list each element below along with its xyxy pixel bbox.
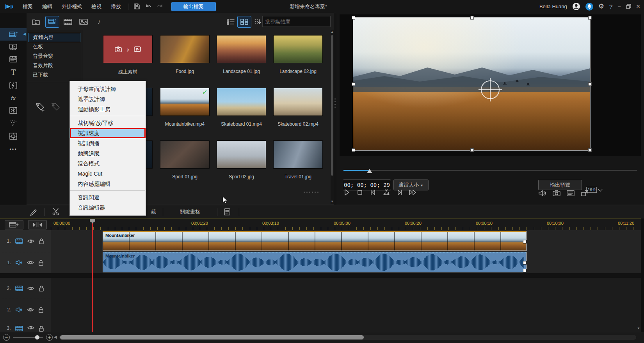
list-view-button[interactable] [224, 16, 238, 28]
media-item-thumb[interactable] [160, 140, 210, 169]
menu-item-audio-ducking[interactable]: 音訊閃避 [70, 192, 146, 203]
online-media-tile[interactable]: ♪ [103, 35, 153, 63]
library-scrollbar-thumb[interactable] [331, 35, 333, 176]
track-lane[interactable]: Mountainbiker [51, 252, 644, 273]
zoom-out-button[interactable]: − [3, 334, 10, 341]
zoom-slider-knob[interactable] [35, 335, 39, 339]
seek-thumb[interactable] [367, 169, 372, 173]
toggle-visibility-eye-icon[interactable] [27, 325, 34, 330]
toggle-visibility-eye-icon[interactable] [27, 260, 34, 265]
track-video-3[interactable]: 3. [0, 320, 644, 332]
menu-item-motion-tracking[interactable]: 動態追蹤 [70, 148, 146, 158]
redo-icon[interactable] [154, 0, 166, 13]
lock-track-icon[interactable] [39, 325, 44, 332]
transform-gizmo[interactable] [481, 80, 500, 99]
menu-item-audio-editor[interactable]: 音訊編輯器 [70, 203, 146, 213]
rail-effect-room[interactable]: fx [0, 92, 27, 104]
menu-edit[interactable]: 編輯 [37, 0, 57, 13]
remove-tag-icon[interactable] [50, 102, 61, 112]
rail-title-room[interactable]: T [0, 66, 27, 78]
partially-covered-button[interactable]: 鏡 [149, 207, 158, 217]
lock-track-icon[interactable] [38, 259, 44, 266]
snapshot-camera-icon[interactable] [552, 188, 561, 198]
track-video-1[interactable]: 1. Mountainbiker [0, 230, 644, 252]
design-tools-icon[interactable] [28, 207, 39, 217]
preview-video[interactable]: , [353, 18, 590, 150]
clip-resize-handle[interactable] [523, 240, 527, 243]
track-video-2[interactable]: 2. [0, 278, 644, 299]
track-lane[interactable] [51, 299, 644, 320]
zoom-in-button[interactable]: + [46, 334, 53, 341]
preview-seek-bar[interactable] [343, 170, 637, 171]
timeline-audio-clip[interactable]: Mountainbiker [103, 252, 527, 272]
media-item-thumb[interactable] [217, 140, 266, 169]
media-item-thumb[interactable] [273, 140, 323, 169]
clip-resize-handle[interactable] [523, 261, 527, 265]
menu-item-video-speed[interactable]: 視訊速度 [70, 128, 146, 138]
category-media-content[interactable]: 媒體內容 [28, 33, 80, 42]
keyframe-button[interactable]: 關鍵畫格 [174, 207, 206, 217]
track-header[interactable]: 1. [0, 252, 51, 273]
menu-plugins[interactable]: 外掛程式 [57, 0, 87, 13]
media-item-thumb[interactable]: ✓ [160, 88, 210, 116]
add-tag-icon[interactable] [35, 102, 46, 112]
library-scrollbar[interactable]: ▲ ▼ [331, 30, 334, 204]
filter-video-button[interactable] [61, 16, 75, 28]
filter-audio-button[interactable]: ♪ [92, 16, 106, 28]
timeline-horizontal-scrollbar[interactable] [59, 335, 636, 340]
save-icon[interactable] [131, 0, 142, 13]
menu-play[interactable]: 播放 [106, 0, 126, 13]
selection-handle[interactable] [470, 16, 474, 20]
play-button[interactable] [342, 188, 351, 197]
search-input[interactable] [263, 19, 336, 25]
fast-forward-button[interactable] [408, 188, 418, 197]
selection-handle[interactable] [352, 82, 355, 86]
track-lane[interactable] [51, 320, 644, 332]
rail-collapse-icon[interactable]: ◀ [23, 32, 26, 36]
volume-icon[interactable] [538, 188, 547, 198]
rail-pip-designer-room[interactable] [0, 130, 27, 142]
menu-item-pip-designer[interactable]: 子母畫面設計師 [70, 84, 146, 94]
undock-window-icon[interactable] [580, 188, 589, 198]
menu-item-blend-mode[interactable]: 混合模式 [70, 158, 146, 169]
selection-handle[interactable] [470, 148, 474, 152]
panel-splitter-vertical[interactable] [334, 98, 336, 108]
track-header[interactable]: 2. [0, 299, 51, 320]
restore-window-icon[interactable] [626, 4, 631, 9]
media-item-thumb[interactable] [273, 88, 323, 116]
track-audio-2[interactable]: 2. [0, 299, 644, 320]
timeline-ruler[interactable]: 00;00;00 00;01;20 00;03;10 00;05;00 00;0… [0, 219, 644, 231]
preview-quality-icon[interactable] [566, 188, 575, 198]
media-item-thumb[interactable] [160, 35, 210, 63]
rail-overlay-room[interactable] [0, 41, 27, 53]
lock-track-icon[interactable] [39, 238, 44, 244]
settings-gear-icon[interactable]: ⚙ [598, 2, 604, 11]
selection-handle[interactable] [588, 148, 592, 152]
rail-particle-room[interactable] [0, 104, 27, 117]
minimize-icon[interactable]: − [617, 3, 621, 10]
menu-item-magic-cut[interactable]: Magic Cut [70, 169, 146, 179]
menu-item-mask-designer[interactable]: 遮罩設計師 [70, 94, 146, 104]
menu-item-video-reverse[interactable]: 視訊倒播 [70, 138, 146, 148]
selection-handle[interactable] [588, 16, 592, 20]
toggle-visibility-eye-icon[interactable] [27, 286, 34, 291]
media-item-thumb[interactable] [217, 88, 266, 116]
playhead-grabber[interactable] [90, 219, 95, 222]
filter-photo-button[interactable] [76, 16, 91, 28]
selection-handle[interactable] [352, 148, 355, 152]
lock-track-icon[interactable] [39, 285, 44, 291]
track-audio-1[interactable]: 1. Mountainbiker [0, 252, 644, 273]
track-header[interactable]: 2. [0, 278, 51, 299]
notes-panel-icon[interactable] [222, 207, 233, 217]
scroll-up-icon[interactable]: ▲ [331, 30, 334, 34]
notification-bell-icon[interactable] [585, 3, 593, 11]
menu-view[interactable]: 檢視 [87, 0, 106, 13]
rail-more-rooms[interactable]: ••• [0, 143, 27, 155]
rail-transition-room[interactable] [0, 79, 27, 92]
stop-button[interactable] [355, 188, 365, 197]
previous-frame-button[interactable] [368, 188, 378, 197]
next-frame-button[interactable] [395, 188, 404, 197]
timeline-video-clip[interactable]: Mountainbiker [103, 231, 527, 251]
import-media-icon[interactable] [29, 16, 43, 28]
rail-media-room[interactable]: ◀ [0, 28, 27, 41]
